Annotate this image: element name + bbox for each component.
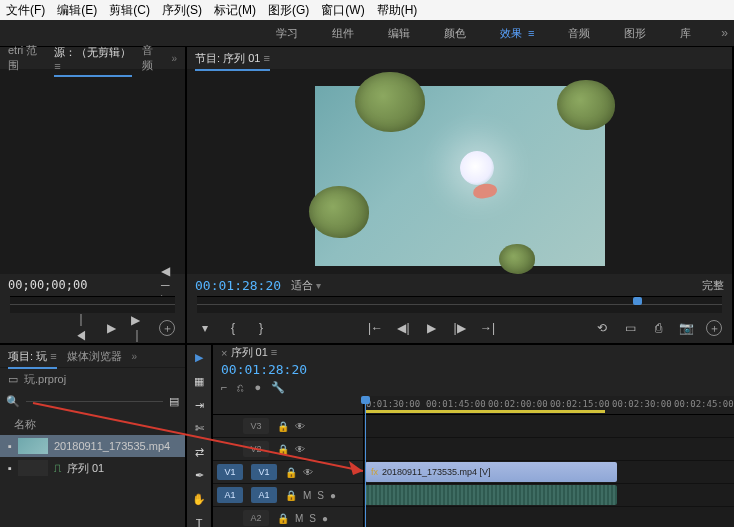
menu-file[interactable]: 文件(F) [6, 2, 45, 19]
extract-icon[interactable]: ▭ [622, 320, 638, 336]
tab-lumetri-scopes[interactable]: etri 范围 [8, 43, 44, 73]
lilypad-image [557, 80, 615, 130]
selection-tool-icon[interactable]: ▶ [191, 351, 207, 365]
marker-add-icon[interactable]: ▾ [197, 320, 213, 336]
lilypad-image [355, 72, 425, 132]
go-to-in-icon[interactable]: |← [368, 320, 384, 336]
tab-program[interactable]: 节目: 序列 01 ≡ [195, 51, 270, 66]
mark-in-icon[interactable]: { [225, 320, 241, 336]
svg-line-0 [33, 403, 363, 471]
ws-graphics[interactable]: 图形 [616, 22, 654, 45]
ruler-tick: 00:01:45:00 [426, 399, 486, 409]
camera-icon[interactable]: 📷 [678, 320, 694, 336]
source-more-icon[interactable]: » [171, 53, 177, 64]
ruler-tick: 00:02:15:00 [550, 399, 610, 409]
tab-media-browser[interactable]: 媒体浏览器 [67, 349, 122, 364]
bin-icon: ▭ [8, 373, 18, 386]
lock-icon[interactable]: 🔒 [285, 490, 297, 501]
type-tool-icon[interactable]: T [191, 516, 207, 527]
search-icon[interactable]: 🔍 [6, 395, 20, 408]
track-a1-label[interactable]: A1 [251, 487, 277, 503]
ws-assembly[interactable]: 组件 [324, 22, 362, 45]
src-prev-button[interactable]: ｜◀ [75, 320, 91, 336]
mark-out-icon[interactable]: } [253, 320, 269, 336]
tab-project[interactable]: 项目: 玩 ≡ [8, 349, 57, 364]
ws-effects[interactable]: 效果 [492, 22, 542, 45]
audio-clip[interactable] [365, 485, 617, 505]
work-area-bar[interactable] [365, 410, 605, 413]
lock-icon[interactable]: 🔒 [277, 513, 289, 524]
mute-icon[interactable]: M [295, 513, 303, 524]
ruler-tick: 00:02:45:00 [674, 399, 734, 409]
light-orb [460, 151, 494, 185]
lilypad-image [309, 186, 369, 238]
program-panel: 节目: 序列 01 ≡ 00:01:28:20 适合 ▾ 完整 ▾ { [187, 47, 734, 343]
zoom-fit-dropdown[interactable]: 适合 ▾ [291, 278, 321, 293]
program-ruler[interactable] [197, 296, 722, 313]
step-back-icon[interactable]: ◀| [396, 320, 412, 336]
resolution-dropdown[interactable]: 完整 [702, 278, 724, 293]
src-next-button[interactable]: ▶｜ [131, 320, 147, 336]
src-play-button[interactable]: ▶ [103, 320, 119, 336]
menu-marker[interactable]: 标记(M) [214, 2, 256, 19]
source-ruler[interactable] [10, 296, 175, 313]
rec-icon[interactable]: ● [322, 513, 328, 524]
rec-icon[interactable]: ● [330, 490, 336, 501]
svg-marker-1 [349, 461, 363, 475]
hand-tool-icon[interactable]: ✋ [191, 493, 207, 507]
go-to-out-icon[interactable]: →| [480, 320, 496, 336]
program-viewer[interactable] [315, 86, 605, 266]
source-viewer [0, 70, 185, 274]
solo-icon[interactable]: S [309, 513, 316, 524]
ws-library[interactable]: 库 [672, 22, 699, 45]
program-timecode[interactable]: 00:01:28:20 [195, 278, 281, 293]
play-icon[interactable]: ▶ [424, 320, 440, 336]
step-forward-icon[interactable]: |▶ [452, 320, 468, 336]
track-a2-label[interactable]: A2 [243, 510, 269, 526]
menu-bar: 文件(F) 编辑(E) 剪辑(C) 序列(S) 标记(M) 图形(G) 窗口(W… [0, 0, 734, 20]
button-editor-icon[interactable]: ＋ [706, 320, 722, 336]
timeline-panel: × 序列 01 ≡ 00:01:28:20 ⌐ ⎌ ● 🔧 V3🔒👁 V2🔒👁 … [213, 345, 734, 527]
lilypad-image [499, 244, 535, 274]
clip-label: 20180911_173535.mp4 [V] [382, 467, 491, 477]
video-clip[interactable]: fx 20180911_173535.mp4 [V] [365, 462, 617, 482]
ws-learn[interactable]: 学习 [268, 22, 306, 45]
menu-sequence[interactable]: 序列(S) [162, 2, 202, 19]
source-panel: etri 范围 源：（无剪辑） ≡ 音频 » 00;00;00;00 ◀ ─ ▶… [0, 47, 187, 343]
mute-icon[interactable]: M [303, 490, 311, 501]
ws-color[interactable]: 颜色 [436, 22, 474, 45]
export-frame-icon[interactable]: ⎙ [650, 320, 666, 336]
workspace-tabs: 学习 组件 编辑 颜色 效果 音频 图形 库 » [0, 20, 734, 47]
tab-source[interactable]: 源：（无剪辑） ≡ [54, 45, 132, 72]
ws-more-icon[interactable]: » [721, 26, 728, 40]
program-playhead[interactable] [633, 297, 642, 305]
lift-icon[interactable]: ⟲ [594, 320, 610, 336]
timeline-tracks[interactable]: 0:01:30:00 00:01:45:00 00:02:00:00 00:02… [364, 396, 734, 527]
ruler-tick: 00:02:00:00 [488, 399, 548, 409]
src-add-button[interactable]: ＋ [159, 320, 175, 336]
menu-window[interactable]: 窗口(W) [321, 2, 364, 19]
ruler-tick: 00:02:30:00 [612, 399, 672, 409]
ws-audio[interactable]: 音频 [560, 22, 598, 45]
ws-editing[interactable]: 编辑 [380, 22, 418, 45]
annotation-arrow [23, 393, 383, 483]
project-more-icon[interactable]: » [132, 351, 138, 362]
solo-icon[interactable]: S [317, 490, 324, 501]
tab-audio-meter[interactable]: 音频 [142, 43, 162, 73]
menu-edit[interactable]: 编辑(E) [57, 2, 97, 19]
source-timecode[interactable]: 00;00;00;00 [8, 278, 87, 292]
timeline-ruler[interactable]: 0:01:30:00 00:01:45:00 00:02:00:00 00:02… [364, 396, 734, 415]
menu-clip[interactable]: 剪辑(C) [109, 2, 150, 19]
project-file-label: 玩.prproj [24, 372, 66, 387]
zoom-slider-icon[interactable]: ◀ ─ ▶ [161, 277, 177, 293]
track-select-tool-icon[interactable]: ▦ [191, 375, 207, 389]
tab-sequence[interactable]: 序列 01 ≡ [231, 345, 278, 360]
src-a1-patch[interactable]: A1 [217, 487, 243, 503]
menu-help[interactable]: 帮助(H) [377, 2, 418, 19]
menu-graphics[interactable]: 图形(G) [268, 2, 309, 19]
timeline-timecode[interactable]: 00:01:28:20 [221, 362, 307, 377]
